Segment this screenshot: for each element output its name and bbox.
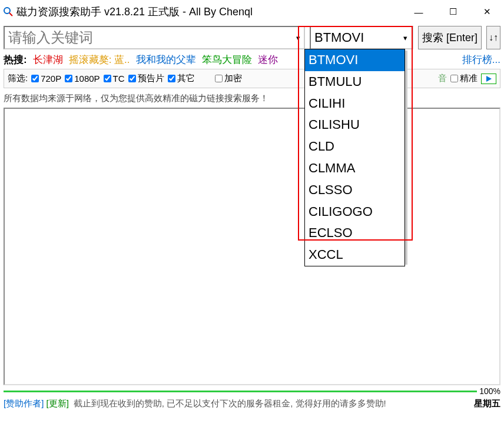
source-option[interactable]: ECLSO [305,222,404,244]
close-button[interactable]: ✕ [470,0,504,24]
source-dropdown-icon[interactable]: ▾ [399,27,412,48]
footer-links: [赞助作者] [更新] [4,398,69,409]
filter-720p[interactable]: 720P [31,74,61,84]
source-option[interactable]: CILIHI [305,93,404,115]
hot-keyword[interactable]: 我和我的父辈 [136,53,196,66]
source-option[interactable]: BTMOVI [305,49,404,71]
sponsor-link[interactable]: [赞助作者] [4,398,44,408]
filter-trailer[interactable]: 预告片 [128,73,164,84]
search-button[interactable]: 搜索 [Enter] [418,26,482,49]
source-option[interactable]: XCCL [305,244,404,266]
dropdown-scrollbar[interactable] [405,51,407,265]
footer-message: 截止到现在收到的赞助, 已不足以支付下次的服务器租金, 觉得好用的请多多赞助! [74,398,474,409]
svg-point-0 [4,8,10,14]
filter-1080p[interactable]: 1080P [65,74,100,84]
ranking-link[interactable]: 排行榜... [462,53,500,66]
source-select[interactable]: BTMOVI ▾ [310,26,413,49]
source-option[interactable]: CILISHU [305,114,404,136]
results-panel [4,108,500,385]
search-input[interactable] [5,27,293,48]
source-selected: BTMOVI [311,30,399,45]
hot-keyword[interactable]: 迷你 [258,53,278,66]
source-option[interactable]: CLMMA [305,158,404,179]
filter-encrypted[interactable]: 加密 [215,73,242,84]
partial-label: 音 [438,73,447,84]
hot-keyword[interactable]: 笨鸟大冒险 [202,53,252,66]
filter-exact[interactable]: 精准 [450,73,478,84]
source-dropdown-list[interactable]: BTMOVI BTMULU CILIHI CILISHU CLD CLMMA C… [304,49,405,266]
svg-marker-2 [486,76,492,82]
play-button[interactable] [481,74,496,84]
source-option[interactable]: CLSSO [305,179,404,201]
maximize-button[interactable]: ☐ [436,0,470,24]
search-history-dropdown-icon[interactable]: ▾ [293,34,304,42]
svg-line-1 [9,13,12,16]
window-title: 磁力资源搜索助手 v21.8.21 正式版 - All By Chenql [16,5,402,19]
filter-label: 筛选: [8,73,28,84]
source-option[interactable]: CLD [305,136,404,158]
minimize-button[interactable]: — [402,0,436,24]
progress-text: 100% [479,386,500,396]
update-link[interactable]: [更新] [47,398,69,408]
source-option[interactable]: BTMULU [305,71,404,93]
hot-keyword[interactable]: 长津湖 [33,53,63,66]
app-icon [4,7,13,16]
source-option[interactable]: CILIGOGO [305,201,404,223]
sort-button[interactable]: ↓↑ [486,26,500,49]
search-input-container[interactable]: ▾ [4,26,305,49]
info-text: 所有数据均来源于网络，仅为您提供高效精准的磁力链接搜索服务！ [0,88,504,106]
weekday: 星期五 [474,398,500,409]
hot-label: 热搜: [4,53,27,66]
hot-keyword[interactable]: 摇滚藏獒: 蓝.. [69,53,130,66]
filter-other[interactable]: 其它 [168,73,195,84]
filter-tc[interactable]: TC [104,74,125,84]
progress-bar [4,391,477,392]
